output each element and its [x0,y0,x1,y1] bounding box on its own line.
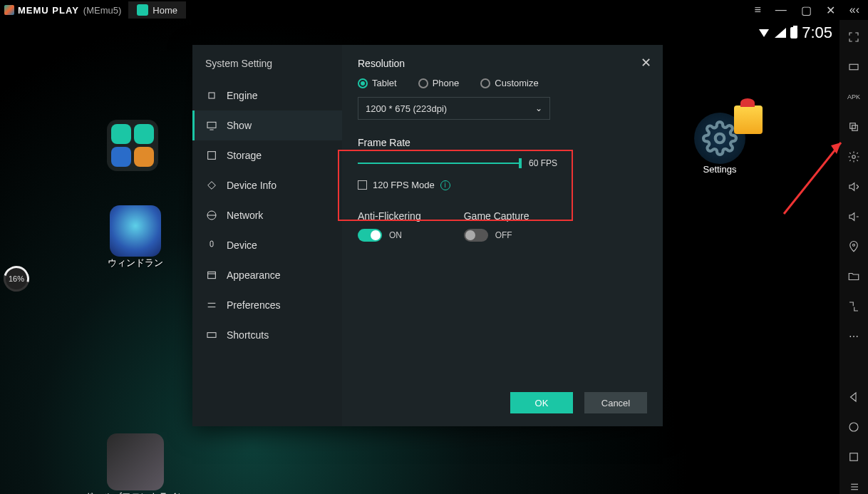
game-capture-title: Game Capture [464,210,529,222]
settings-gear-icon[interactable] [847,150,861,164]
list-icon[interactable] [847,480,861,494]
nav-show[interactable]: Show [192,110,342,140]
globe-icon [205,209,218,222]
wifi-icon [759,29,769,37]
recents-square-icon[interactable] [847,450,861,464]
framerate-value: 60 FPS [529,158,557,168]
nav-appearance[interactable]: Appearance [192,260,342,290]
radio-tablet[interactable]: Tablet [358,78,397,88]
svg-rect-24 [850,453,858,461]
chevron-down-icon: ⌄ [535,103,542,113]
nav-device[interactable]: Device [192,230,342,260]
logo-icon [4,5,14,15]
nav-device-info[interactable]: Device Info [192,170,342,200]
volume-up-icon[interactable] [847,180,861,194]
svg-line-19 [857,185,859,187]
location-icon[interactable] [847,240,861,254]
gift-icon[interactable] [734,106,763,134]
dialog-close-icon[interactable]: ✕ [641,55,651,71]
logo-text: MEMU PLAY [18,5,79,16]
dialog-title: System Setting [192,58,342,81]
fullscreen-icon[interactable] [847,30,861,44]
monitor-icon [205,119,218,132]
radio-customize[interactable]: Customize [480,78,538,88]
app-windrun[interactable]: ウィンドラン [100,205,171,269]
resolution-select[interactable]: 1200 * 675 (223dpi) ⌄ [358,97,550,120]
android-statusbar: 7:05 [0,20,839,46]
battery-icon [790,27,797,38]
apk-icon[interactable]: APK [847,90,861,104]
svg-rect-16 [850,123,856,129]
svg-rect-14 [207,333,216,338]
anti-flickering-title: Anti-Flickering [358,210,421,222]
emulator-screen: 7:05 ウィンドラン Settings ドールズフロントライン 16% Sys… [0,20,839,494]
home-icon [137,4,148,16]
maximize-icon[interactable]: ▢ [801,4,812,17]
download-progress[interactable]: 16% [4,266,29,292]
menu-lines-icon[interactable]: ≡ [754,4,760,16]
game-capture-toggle[interactable] [464,229,488,242]
rotate-icon[interactable] [847,299,861,314]
radio-phone[interactable]: Phone [418,78,460,88]
svg-point-0 [715,134,725,143]
svg-rect-6 [208,152,216,160]
ok-button[interactable]: OK [510,392,573,413]
app-dolls[interactable]: ドールズフロントライン [71,433,200,494]
tag-icon [205,179,218,192]
folder-icon[interactable] [847,269,861,284]
svg-rect-3 [209,93,215,98]
svg-rect-9 [210,241,213,247]
framerate-title: Frame Rate [358,137,647,148]
framerate-slider[interactable] [358,163,522,164]
keymap-icon[interactable] [847,60,861,74]
nav-preferences[interactable]: Preferences [192,290,342,320]
keyboard-icon [205,329,218,341]
disk-icon [205,149,218,162]
tab-home[interactable]: Home [128,1,186,19]
sliders-icon [205,299,218,312]
instance-name: (MEmu5) [83,5,121,16]
anti-flickering-toggle[interactable] [358,229,382,242]
nav-shortcuts[interactable]: Shortcuts [192,320,342,350]
anti-flickering-state: ON [389,230,402,240]
expand-panel-icon[interactable]: «‹ [849,4,859,16]
window-icon [205,269,218,282]
app-logo: MEMU PLAY [4,5,79,16]
svg-rect-15 [849,64,858,70]
label-120fps: 120 FPS Mode [373,180,435,190]
svg-rect-10 [208,272,216,278]
checkbox-120fps[interactable] [358,180,367,190]
app-dolls-label: ドールズフロントライン [71,490,200,494]
app-settings-label: Settings [684,164,755,175]
chip-icon [205,89,218,102]
tab-home-label: Home [153,5,177,16]
system-setting-dialog: System Setting Engine Show Storage Devic… [192,45,663,426]
right-toolbar: APK ⋯ [839,20,868,494]
game-capture-state: OFF [495,230,512,240]
svg-rect-4 [207,122,216,128]
progress-text: 16% [9,274,24,283]
resolution-title: Resolution [358,58,647,69]
back-triangle-icon[interactable] [847,390,861,404]
svg-point-22 [853,244,855,246]
cancel-button[interactable]: Cancel [584,392,647,413]
mic-icon [205,239,218,252]
svg-line-20 [857,187,859,189]
nav-storage[interactable]: Storage [192,140,342,170]
clock-time: 7:05 [802,24,832,42]
multi-window-icon[interactable] [847,120,861,134]
nav-network[interactable]: Network [192,200,342,230]
minimize-icon[interactable]: — [775,4,787,16]
window-controls: ≡ — ▢ ✕ «‹ [754,4,864,17]
volume-down-icon[interactable] [847,210,861,224]
close-window-icon[interactable]: ✕ [826,4,835,17]
app-folder[interactable] [107,120,164,171]
home-circle-icon[interactable] [847,420,861,434]
info-icon[interactable]: i [440,180,450,190]
app-windrun-label: ウィンドラン [100,257,171,269]
dialog-sidebar: System Setting Engine Show Storage Devic… [192,45,342,426]
svg-point-18 [852,155,856,159]
more-icon[interactable]: ⋯ [847,329,861,344]
signal-icon [775,28,786,38]
nav-engine[interactable]: Engine [192,81,342,110]
